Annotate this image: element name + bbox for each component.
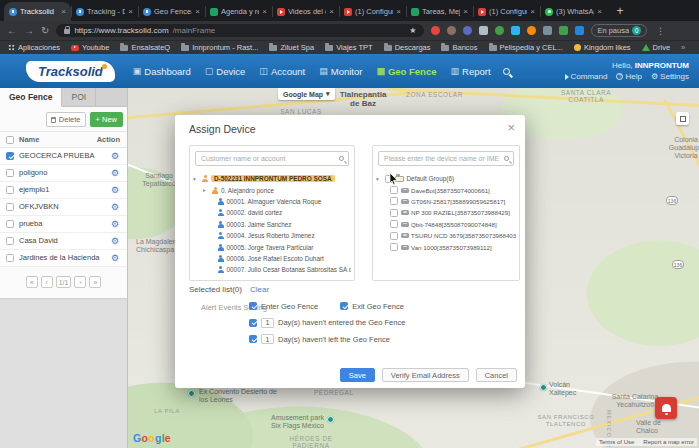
fence-row[interactable]: OFKJVBKN⚙ — [0, 199, 127, 216]
device-checkbox[interactable] — [390, 232, 398, 240]
tab-close-icon[interactable]: × — [61, 7, 66, 16]
customer-item[interactable]: 00001. Almaguer Valencia Roque — [193, 196, 351, 207]
customer-search-input[interactable] — [196, 152, 348, 165]
gear-icon[interactable]: ⚙ — [111, 202, 119, 212]
row-checkbox[interactable] — [6, 152, 14, 160]
tab-close-icon[interactable]: × — [396, 7, 401, 16]
alert-by-mail-option[interactable]: Alert by Mail — [249, 351, 513, 352]
enter-geofence-option[interactable]: Enter Geo Fence — [249, 302, 318, 311]
prev-page-button[interactable]: ‹ — [41, 276, 53, 288]
bookmark-folder[interactable]: Innprontum - Rast... — [181, 43, 258, 52]
tab-close-icon[interactable]: × — [530, 7, 535, 16]
bookmark-apps[interactable]: Aplicaciones — [8, 43, 60, 52]
extension-icon[interactable] — [543, 26, 552, 35]
customer-item[interactable]: 00005. Jorge Tavera Particular — [193, 241, 351, 252]
customer-item[interactable]: 00003. Jaime Sanchez — [193, 219, 351, 230]
bookmark-folder[interactable]: Ziluet Spa — [269, 43, 314, 52]
tab-geo-fence[interactable]: Geo Fence — [0, 88, 62, 107]
days-not-entered-checkbox[interactable] — [249, 319, 257, 327]
device-checkbox[interactable] — [390, 197, 398, 205]
extension-icon[interactable] — [511, 26, 520, 35]
bookmark-youtube[interactable]: Youtube — [71, 43, 109, 52]
bookmark-folder[interactable]: EnsalsateQ — [120, 43, 170, 52]
back-icon[interactable]: ← — [7, 26, 17, 36]
command-link[interactable]: Command — [565, 71, 608, 82]
tab-close-icon[interactable]: × — [262, 7, 267, 16]
device-item[interactable]: DaveBot[358735074000661] — [376, 184, 516, 195]
media-pause-control[interactable]: En pausa 0 — [591, 24, 647, 37]
tab-whatsapp[interactable]: (3) WhatsApp× — [540, 2, 607, 21]
address-bar[interactable]: https://www.tracksolid.com/mainFrame ★ — [56, 24, 424, 37]
chevron-down-icon[interactable]: ▾ — [376, 176, 382, 182]
customer-search[interactable] — [195, 151, 349, 166]
device-item[interactable]: Van 1000[358735073989112] — [376, 241, 516, 252]
device-item[interactable]: Qbit-74848[355087090074848] — [376, 219, 516, 230]
fence-row[interactable]: Casa David⚙ — [0, 233, 127, 250]
customer-item[interactable]: 00007. Julio Cesar Botanas Sabrositas SA… — [193, 264, 351, 275]
enter-geofence-checkbox[interactable] — [249, 302, 257, 310]
tracksolid-logo[interactable]: Tracksolid — [26, 61, 115, 82]
close-icon[interactable]: × — [507, 120, 515, 135]
exit-geofence-checkbox[interactable] — [340, 302, 348, 310]
extension-icon[interactable] — [431, 26, 440, 35]
device-search-input[interactable] — [379, 152, 513, 165]
fullscreen-button[interactable] — [676, 112, 689, 125]
tab-poi[interactable]: POI — [62, 88, 96, 106]
row-checkbox[interactable] — [6, 169, 14, 177]
nav-report[interactable]: ▥Report — [451, 66, 491, 77]
gear-icon[interactable]: ⚙ — [111, 151, 119, 161]
bookmark-kingdom-likes[interactable]: Kingdom likes — [574, 43, 631, 52]
forward-icon[interactable]: → — [24, 26, 34, 36]
extension-icon[interactable] — [575, 26, 584, 35]
bookmark-folder[interactable]: Pelispedia y CEL... — [489, 43, 563, 52]
customer-root[interactable]: ▾D-502231 INNPRONTUM PEDRO SOSA — [193, 173, 351, 184]
bookmark-drive[interactable]: Drive — [642, 43, 671, 52]
extension-icon[interactable] — [495, 26, 504, 35]
verify-email-button[interactable]: Verify Email Address — [382, 368, 469, 382]
row-checkbox[interactable] — [6, 220, 14, 228]
customer-item[interactable]: 00004. Jesus Roberto Jimenez — [193, 230, 351, 241]
fence-row[interactable]: ejemplo1⚙ — [0, 182, 127, 199]
bookmark-folder[interactable]: Descargas — [384, 43, 431, 52]
device-search[interactable] — [378, 151, 514, 166]
tab-tracksolid[interactable]: Tracksolid× — [4, 2, 71, 21]
gear-icon[interactable]: ⚙ — [111, 168, 119, 178]
bookmark-folder[interactable]: Bancos — [441, 43, 477, 52]
days-not-left-checkbox[interactable] — [249, 335, 257, 343]
tab-close-icon[interactable]: × — [463, 7, 468, 16]
nav-device[interactable]: ▢Device — [205, 66, 246, 77]
header-search-icon[interactable] — [503, 68, 510, 75]
settings-link[interactable]: ⚙Settings — [651, 71, 689, 82]
days-not-left-option[interactable]: Day(s) haven't left the Geo Fence — [249, 334, 513, 344]
gear-icon[interactable]: ⚙ — [111, 253, 119, 263]
extension-icon[interactable] — [447, 26, 456, 35]
days-not-entered-input[interactable] — [261, 318, 274, 328]
delete-button[interactable]: Delete — [46, 112, 86, 127]
nav-dashboard[interactable]: ▣Dashboard — [133, 66, 191, 77]
tab-tracking[interactable]: Tracking - Dav× — [71, 2, 138, 21]
nav-monitor[interactable]: ▤Monitor — [319, 66, 362, 77]
extension-icon[interactable] — [559, 26, 568, 35]
new-fence-button[interactable]: + New — [90, 112, 123, 127]
alert-notification-button[interactable] — [655, 397, 677, 419]
row-checkbox[interactable] — [6, 254, 14, 262]
extension-icon[interactable] — [479, 26, 488, 35]
chevron-right-icon[interactable]: ▸ — [203, 187, 209, 193]
bookmark-star-icon[interactable]: ★ — [409, 26, 416, 35]
browser-menu-icon[interactable]: ⋮ — [656, 26, 665, 36]
fence-row[interactable]: GEOCERCA PRUEBA⚙ — [0, 148, 127, 165]
device-item[interactable]: NP 300 RAZIEL[358735073988429] — [376, 207, 516, 218]
report-error-link[interactable]: Report a map error — [643, 439, 694, 445]
device-item[interactable]: TSURU NCD 3679[358735073988403] — [376, 230, 516, 241]
gear-icon[interactable]: ⚙ — [111, 185, 119, 195]
terms-link[interactable]: Terms of Use — [599, 439, 634, 445]
bookmarks-overflow-icon[interactable]: » — [681, 43, 685, 52]
tab-videos[interactable]: Videos del ca× — [272, 2, 339, 21]
fence-row[interactable]: prueba⚙ — [0, 216, 127, 233]
tab-tareas[interactable]: Tareas, Mejor× — [406, 2, 473, 21]
select-all-checkbox[interactable] — [6, 136, 14, 144]
exit-geofence-option[interactable]: Exit Geo Fence — [340, 302, 404, 311]
save-button[interactable]: Save — [340, 368, 375, 382]
device-checkbox[interactable] — [390, 243, 398, 251]
clear-link[interactable]: Clear — [250, 285, 269, 294]
